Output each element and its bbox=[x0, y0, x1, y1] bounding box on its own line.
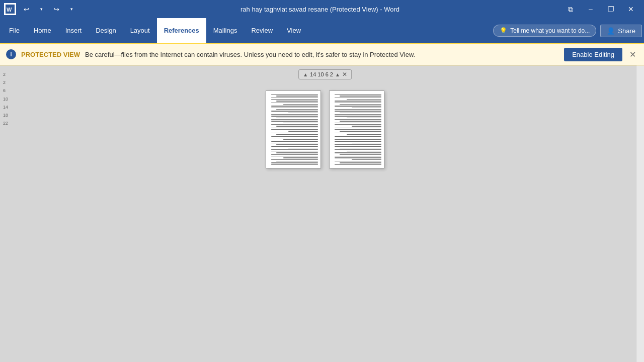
maximize-button[interactable]: ❐ bbox=[602, 0, 620, 18]
ribbon-right: 💡 Tell me what you want to do... 👤 Share bbox=[493, 25, 642, 37]
text-line bbox=[340, 148, 381, 148]
text-line bbox=[288, 113, 318, 113]
text-line bbox=[271, 159, 318, 160]
text-line bbox=[335, 128, 381, 128]
text-line bbox=[352, 143, 381, 143]
text-line bbox=[335, 144, 381, 145]
save-button[interactable]: W bbox=[4, 3, 16, 15]
text-line bbox=[347, 99, 381, 100]
tab-layout[interactable]: Layout bbox=[123, 18, 157, 43]
text-line bbox=[276, 118, 318, 118]
text-line bbox=[340, 113, 381, 113]
text-line bbox=[340, 154, 381, 155]
text-line bbox=[335, 106, 381, 106]
text-line bbox=[271, 138, 318, 138]
text-line bbox=[271, 164, 318, 165]
text-line bbox=[271, 124, 318, 125]
document-page-2 bbox=[329, 90, 384, 168]
ruler-mark: 14 bbox=[3, 103, 8, 111]
text-line bbox=[271, 133, 318, 133]
text-line bbox=[335, 114, 381, 115]
text-line bbox=[283, 157, 318, 158]
page-1-content bbox=[266, 91, 320, 168]
text-line bbox=[335, 103, 381, 103]
text-line bbox=[335, 164, 381, 165]
ruler-mark: 22 bbox=[3, 119, 8, 127]
text-line bbox=[335, 146, 381, 146]
text-line bbox=[335, 139, 381, 140]
document-view[interactable]: ▲ 14 10 6 2 ▲ ✕ bbox=[14, 65, 636, 362]
text-line bbox=[271, 141, 318, 141]
text-line bbox=[335, 94, 381, 95]
text-line bbox=[271, 116, 318, 116]
close-protected-bar-button[interactable]: ✕ bbox=[627, 48, 638, 61]
document-page-1 bbox=[266, 90, 321, 168]
text-line bbox=[276, 134, 318, 135]
tab-review[interactable]: Review bbox=[244, 18, 280, 43]
text-line bbox=[271, 162, 318, 163]
undo-dropdown[interactable]: ▾ bbox=[34, 2, 48, 16]
quick-access-toolbar: ↩ ▾ ↪ ▾ bbox=[19, 2, 78, 16]
share-label: Share bbox=[618, 27, 635, 35]
ruler-mark: 6 bbox=[3, 86, 8, 95]
text-line bbox=[271, 149, 318, 150]
vertical-scrollbar[interactable] bbox=[636, 65, 644, 362]
text-line bbox=[340, 104, 381, 105]
tab-home[interactable]: Home bbox=[27, 18, 58, 43]
text-line bbox=[271, 128, 318, 128]
tab-mailings[interactable]: Mailings bbox=[206, 18, 245, 43]
left-ruler: 2 2 6 10 14 18 22 bbox=[0, 65, 14, 362]
share-button[interactable]: 👤 Share bbox=[600, 25, 642, 37]
text-line bbox=[335, 109, 381, 110]
text-line bbox=[271, 106, 318, 106]
titlebar: W ↩ ▾ ↪ ▾ rah hay taghviat savad resane … bbox=[0, 0, 644, 18]
text-line bbox=[271, 98, 318, 98]
text-line bbox=[335, 156, 381, 156]
protected-view-bar: i PROTECTED VIEW Be careful—files from t… bbox=[0, 43, 644, 65]
ribbon: File Home Insert Design Layout Reference… bbox=[0, 18, 644, 43]
tab-design[interactable]: Design bbox=[89, 18, 123, 43]
tab-file[interactable]: File bbox=[2, 18, 27, 43]
zoom-down-arrow[interactable]: ▲ bbox=[335, 72, 340, 77]
text-line bbox=[335, 116, 381, 116]
tab-insert[interactable]: Insert bbox=[58, 18, 89, 43]
text-line bbox=[340, 138, 381, 138]
titlebar-controls: ⧉ – ❐ ✕ bbox=[561, 0, 640, 18]
minimize-button[interactable]: – bbox=[582, 0, 600, 18]
restore-button[interactable]: ⧉ bbox=[561, 0, 580, 18]
pages-container bbox=[266, 90, 384, 168]
text-line bbox=[271, 129, 318, 130]
close-button[interactable]: ✕ bbox=[622, 0, 640, 18]
text-line bbox=[271, 136, 318, 136]
tab-references[interactable]: References bbox=[157, 18, 206, 43]
zoom-close[interactable]: ✕ bbox=[342, 71, 347, 78]
text-line bbox=[276, 144, 318, 145]
tab-view[interactable]: View bbox=[280, 18, 308, 43]
undo-button[interactable]: ↩ bbox=[19, 2, 33, 16]
text-line bbox=[288, 148, 318, 148]
lightbulb-icon: 💡 bbox=[500, 27, 507, 34]
text-line bbox=[335, 161, 381, 161]
text-line bbox=[283, 139, 318, 140]
zoom-up-arrow[interactable]: ▲ bbox=[303, 72, 308, 77]
ruler-mark: 18 bbox=[3, 111, 8, 119]
redo-button[interactable]: ↪ bbox=[49, 2, 63, 16]
text-line bbox=[335, 141, 381, 141]
quick-access-dropdown[interactable]: ▾ bbox=[64, 2, 78, 16]
text-line bbox=[352, 108, 381, 108]
ruler-mark: 10 bbox=[3, 95, 8, 103]
ruler-mark: 2 bbox=[3, 70, 8, 78]
titlebar-left: W ↩ ▾ ↪ ▾ bbox=[4, 2, 78, 16]
content-area: 2 2 6 10 14 18 22 ▲ 14 10 6 2 ▲ ✕ bbox=[0, 65, 644, 362]
text-line bbox=[335, 129, 381, 130]
text-line bbox=[347, 134, 381, 135]
text-line bbox=[271, 143, 318, 143]
zoom-values: 14 10 6 2 bbox=[310, 71, 333, 77]
enable-editing-button[interactable]: Enable Editing bbox=[564, 48, 622, 61]
text-line bbox=[352, 159, 381, 160]
text-line bbox=[335, 101, 381, 101]
tell-me-input[interactable]: 💡 Tell me what you want to do... bbox=[493, 25, 596, 37]
text-line bbox=[271, 111, 318, 111]
text-line bbox=[276, 126, 318, 126]
protected-view-message: Be careful—files from the Internet can c… bbox=[85, 51, 559, 58]
